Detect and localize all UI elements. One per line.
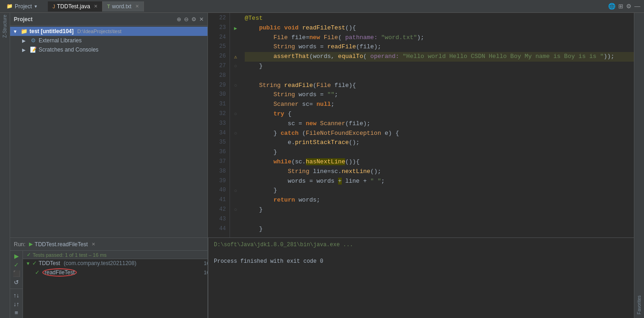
code-line-43 — [245, 215, 634, 225]
gutter-41 — [230, 196, 241, 205]
project-panel: Project ⊕ ⊖ ⚙ ✕ ▼ 📁 test [untitled104] D… — [10, 13, 208, 318]
run-content: ▶ ✓ ⬛ ↺ ↑↓ ↓↑ ≡ ⊟ ▲ ▼ ⊕ ⊖ ↗ ⚙ — [10, 251, 207, 318]
settings-icon[interactable]: ⚙ — [626, 3, 632, 10]
gutter-40[interactable]: ○ — [230, 186, 241, 196]
project-menu-button[interactable]: 📁 Project ▼ — [4, 2, 40, 11]
tab-close-tddtest[interactable]: ✕ — [94, 4, 98, 9]
run-play-button[interactable]: ▶ — [12, 253, 21, 260]
tree-item-libraries[interactable]: ▶ ⚙ External Libraries — [10, 36, 207, 45]
gutter-32[interactable]: ○ — [230, 110, 241, 119]
run-output: D:\soft\Java\jdk1.8.0_281\bin\java.exe .… — [208, 238, 634, 268]
code-line-33: sc = new Scanner(file); — [245, 119, 634, 129]
run-body: ✓ Tests passed: 1 of 1 test – 16 ms ▼ ✓ … — [23, 251, 207, 318]
tree-arrow-scratches: ▶ — [22, 47, 28, 52]
code-line-37: while(sc.hasNextLine()){ — [245, 157, 634, 167]
test-time-tddtest: 16 ms — [204, 260, 207, 266]
main-content: Z-Structure Project ⊕ ⊖ ⚙ ✕ ▼ 📁 test [un… — [0, 13, 644, 318]
editor-area: 22 23 24 25 26 27 28 29 30 31 32 33 34 3… — [208, 13, 634, 318]
panel-gear-icon[interactable]: ⚙ — [191, 16, 196, 23]
title-bar-actions: 🌐 ⊞ ⚙ — — [604, 3, 644, 10]
favorites-label[interactable]: Favorites — [637, 295, 642, 314]
panel-close-icon[interactable]: ✕ — [199, 16, 204, 23]
code-line-44: } — [245, 225, 634, 234]
test-tree-item-tddtest[interactable]: ▼ ✓ TDDTest (com.company.test20211208) 1… — [23, 259, 207, 267]
code-line-32: try { — [245, 110, 634, 119]
tree-item-module[interactable]: ▼ 📁 test [untitled104] D:\IdeaProjects\t… — [10, 27, 207, 36]
tree-arrow-libraries: ▶ — [22, 38, 28, 43]
tree-arrow-module: ▼ — [13, 29, 18, 34]
editor-tabs: J TDDTest.java ✕ T word.txt ✕ — [48, 1, 604, 12]
code-line-23: public void readFileTest(){ — [245, 23, 634, 33]
code-line-38: String line=sc.nextLine(); — [245, 167, 634, 177]
run-check-button[interactable]: ✓ — [12, 261, 21, 268]
code-line-24: File file=new File( pathname: "word.txt"… — [245, 33, 634, 43]
minimize-icon[interactable]: — — [634, 3, 640, 10]
split-icon[interactable]: ⊞ — [618, 3, 623, 10]
code-line-34: } catch (FileNotFoundException e) { — [245, 129, 634, 139]
tree-path-module: D:\IdeaProjects\test — [77, 29, 121, 34]
gutter-36 — [230, 148, 241, 157]
test-name-readfiletest: readFileTest — [42, 268, 77, 277]
code-line-35: e.printStackTrace(); — [245, 138, 634, 148]
globe-icon[interactable]: 🌐 — [608, 3, 615, 10]
code-line-31: Scanner sc= null; — [245, 100, 634, 110]
code-line-30: String words = ""; — [245, 90, 634, 100]
project-menu-label: Project — [15, 3, 32, 10]
run-tab-icon: ▶ — [29, 241, 33, 247]
gutter-34[interactable]: ○ — [230, 129, 241, 139]
gutter-27[interactable]: ○ — [230, 62, 241, 71]
tree-label-scratches: Scratches and Consoles — [39, 46, 98, 53]
gutter-33 — [230, 119, 241, 129]
run-output-panel: D:\soft\Java\jdk1.8.0_281\bin\java.exe .… — [208, 237, 634, 318]
code-line-27: } — [245, 62, 634, 71]
tab-word-txt[interactable]: T word.txt ✕ — [103, 1, 144, 12]
tree-item-scratches[interactable]: ▶ 📝 Scratches and Consoles — [10, 45, 207, 54]
java-file-icon: J — [52, 4, 55, 9]
scratches-icon: 📝 — [29, 46, 37, 53]
libraries-icon: ⚙ — [29, 37, 37, 44]
code-line-36: } — [245, 148, 634, 157]
project-dropdown-icon: ▼ — [34, 4, 38, 9]
project-panel-title: Project — [14, 16, 33, 23]
gutter-26[interactable]: ⚠ — [230, 52, 241, 62]
run-tab-close[interactable]: ✕ — [92, 242, 95, 247]
gutter-42[interactable]: ○ — [230, 205, 241, 215]
right-strip: Favorites — [634, 13, 644, 318]
test-detail-tddtest: (com.company.test20211208) — [64, 260, 137, 266]
run-filter-button[interactable]: ≡ — [12, 309, 21, 316]
run-sort-desc-button[interactable]: ↓↑ — [12, 301, 21, 307]
gutter-43 — [230, 215, 241, 225]
run-status-text: Tests passed: 1 of 1 test – 16 ms — [33, 252, 107, 258]
run-tab-name: TDDTest.readFileTest — [34, 241, 87, 248]
test-tree-item-readfiletest[interactable]: ✓ readFileTest 16 ms — [23, 267, 207, 278]
run-status-pass-icon: ✓ — [27, 252, 31, 258]
run-rerun-button[interactable]: ↺ — [12, 279, 21, 286]
gutter-31 — [230, 100, 241, 110]
tab-close-word[interactable]: ✕ — [135, 4, 139, 9]
module-icon: 📁 — [20, 28, 28, 35]
code-line-26: assertThat(words, equalTo( operand: "Hel… — [245, 52, 634, 62]
test-arrow-tddtest: ▼ — [26, 261, 30, 266]
run-tab[interactable]: ▶ TDDTest.readFileTest ✕ — [29, 241, 95, 248]
gutter-30 — [230, 90, 241, 100]
gutter-29[interactable]: ○ — [230, 81, 241, 91]
project-tree: ▼ 📁 test [untitled104] D:\IdeaProjects\t… — [10, 26, 207, 237]
panel-header-actions: ⊕ ⊖ ⚙ ✕ — [177, 16, 204, 23]
run-sort-asc-button[interactable]: ↑↓ — [12, 292, 21, 299]
project-panel-header: Project ⊕ ⊖ ⚙ ✕ — [10, 13, 207, 26]
gutter-24 — [230, 33, 241, 43]
txt-file-icon: T — [107, 4, 110, 9]
panel-expand-icon[interactable]: ⊕ — [177, 16, 181, 23]
panel-collapse-icon[interactable]: ⊖ — [184, 16, 189, 23]
gutter-23[interactable]: ▶ — [230, 23, 241, 33]
gutter-39 — [230, 177, 241, 186]
code-line-29: String readFile(File file){ — [245, 81, 634, 91]
run-stop-button[interactable]: ⬛ — [12, 270, 21, 277]
run-toolbar: ▶ ✓ ⬛ ↺ ↑↓ ↓↑ ≡ ⊟ ▲ ▼ ⊕ ⊖ ↗ ⚙ — [10, 251, 23, 318]
run-panel-header: Run: ▶ TDDTest.readFileTest ✕ — [10, 238, 207, 251]
test-pass-icon-tddtest: ✓ — [32, 260, 37, 266]
tab-tddtest-java[interactable]: J TDDTest.java ✕ — [48, 1, 103, 12]
z-structure-label[interactable]: Z-Structure — [2, 15, 7, 38]
gutter-35 — [230, 138, 241, 148]
run-tests-panel: ✓ Tests passed: 1 of 1 test – 16 ms ▼ ✓ … — [23, 251, 207, 318]
